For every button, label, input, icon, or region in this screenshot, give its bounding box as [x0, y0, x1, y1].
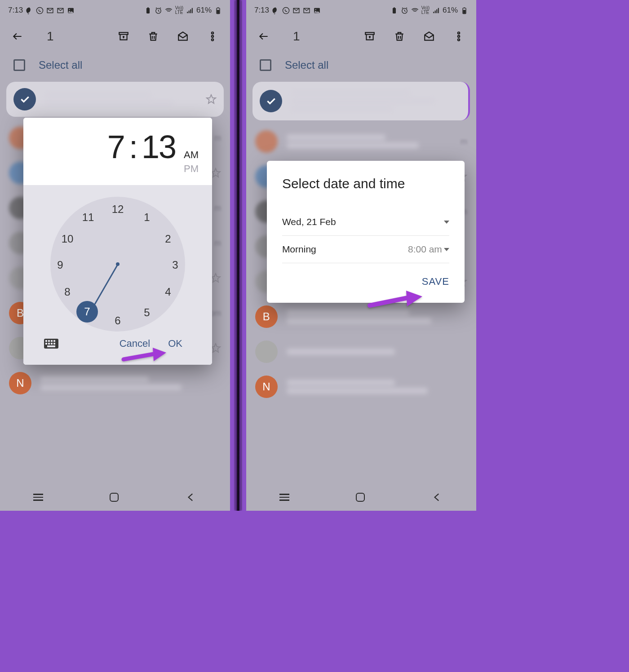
status-time: 7:13 — [8, 6, 23, 15]
battery-icon — [214, 7, 222, 14]
save-button[interactable]: SAVE — [422, 276, 449, 287]
select-all-label[interactable]: Select all — [285, 59, 328, 71]
system-navbar — [0, 484, 230, 511]
gallery-icon — [67, 7, 75, 14]
svg-rect-7 — [217, 10, 220, 13]
svg-rect-4 — [147, 7, 149, 8]
chat-icon — [272, 7, 279, 14]
avatar-n: N — [255, 376, 278, 398]
avatar-b: B — [255, 305, 278, 328]
mail-item[interactable]: N — [246, 369, 476, 404]
svg-rect-17 — [53, 340, 55, 342]
am-toggle[interactable]: AM — [184, 148, 199, 162]
clock-face-area: 12 1 2 3 4 5 6 7 8 9 10 11 Cancel OK — [23, 185, 212, 365]
clock-num-8[interactable]: 8 — [58, 283, 76, 301]
battery-percent: 61% — [443, 6, 458, 15]
battery-saver-icon — [390, 7, 398, 14]
time-sep: : — [129, 128, 137, 165]
svg-rect-8 — [217, 7, 219, 8]
volte-indicator: Vo))LTE — [175, 6, 183, 15]
avatar — [255, 130, 278, 153]
clock-num-10[interactable]: 10 — [58, 230, 76, 248]
clock-num-12[interactable]: 12 — [109, 200, 127, 218]
mark-read-button[interactable] — [174, 31, 191, 42]
svg-rect-22 — [47, 345, 55, 347]
action-bar: 1 — [246, 21, 476, 52]
whatsapp-icon — [36, 7, 44, 14]
mark-read-button[interactable] — [421, 31, 438, 42]
mail-item[interactable]: N — [0, 366, 230, 401]
wifi-icon — [165, 7, 173, 14]
clock-num-11[interactable]: 11 — [79, 208, 97, 226]
selection-count: 1 — [293, 29, 300, 44]
svg-rect-30 — [463, 10, 466, 13]
phone-left: 7:13 Vo))LTE 61% 1 Select all — [0, 0, 230, 511]
mail-item[interactable]: m — [246, 124, 476, 159]
signal-icon — [186, 7, 194, 14]
nav-back-button[interactable] — [185, 491, 197, 503]
clock-num-9[interactable]: 9 — [51, 256, 69, 274]
phone-right: 7:13 Vo))LTE 61% 1 Select all — [246, 0, 476, 511]
date-selector-row[interactable]: Wed, 21 Feb — [282, 208, 449, 236]
pm-toggle[interactable]: PM — [184, 162, 199, 176]
clock-face[interactable]: 12 1 2 3 4 5 6 7 8 9 10 11 — [50, 197, 185, 332]
mail-icon-1 — [46, 7, 54, 14]
svg-rect-14 — [45, 340, 47, 342]
time-minute[interactable]: 13 — [142, 128, 176, 165]
signal-icon — [432, 7, 440, 14]
battery-icon — [461, 7, 468, 14]
status-time: 7:13 — [254, 6, 269, 15]
system-navbar — [246, 484, 476, 511]
keyboard-input-icon[interactable] — [44, 338, 58, 349]
mail-item[interactable] — [246, 334, 476, 369]
archive-button[interactable] — [361, 31, 378, 42]
home-button[interactable] — [356, 493, 365, 502]
recents-button[interactable] — [33, 494, 43, 501]
clock-num-3[interactable]: 3 — [166, 256, 184, 274]
mail-item[interactable]: B — [246, 299, 476, 334]
select-all-checkbox[interactable] — [260, 59, 271, 71]
wifi-icon — [411, 7, 419, 14]
back-button[interactable] — [255, 31, 272, 42]
time-slot-selector-row[interactable]: Morning 8:00 am — [282, 236, 449, 263]
nav-back-button[interactable] — [431, 491, 443, 503]
select-all-label[interactable]: Select all — [39, 59, 82, 71]
svg-rect-31 — [464, 7, 465, 8]
svg-point-0 — [37, 7, 43, 13]
chat-icon — [26, 7, 33, 14]
home-button[interactable] — [110, 493, 119, 502]
whatsapp-icon — [282, 7, 290, 14]
svg-point-25 — [315, 9, 316, 10]
svg-rect-19 — [48, 343, 50, 345]
status-left: 7:13 — [254, 6, 321, 15]
svg-point-34 — [458, 35, 460, 37]
svg-rect-16 — [51, 340, 53, 342]
svg-point-11 — [212, 35, 213, 37]
clock-num-2[interactable]: 2 — [159, 230, 177, 248]
clock-num-7-selected[interactable]: 7 — [76, 301, 98, 323]
clock-num-1[interactable]: 1 — [138, 208, 156, 226]
selected-mail-item[interactable] — [6, 82, 224, 117]
status-right: Vo))LTE 61% — [390, 6, 468, 15]
back-button[interactable] — [9, 31, 26, 42]
delete-button[interactable] — [391, 31, 408, 42]
gallery-icon — [313, 7, 321, 14]
clock-num-6[interactable]: 6 — [109, 312, 127, 330]
select-all-checkbox[interactable] — [13, 59, 25, 71]
archive-button[interactable] — [115, 31, 132, 42]
svg-rect-20 — [51, 343, 53, 345]
mail-meta: m — [214, 203, 221, 213]
more-options-button[interactable] — [204, 31, 221, 42]
clock-num-5[interactable]: 5 — [138, 304, 156, 322]
status-bar: 7:13 Vo))LTE 61% — [0, 0, 230, 21]
battery-saver-icon — [144, 7, 152, 14]
star-icon[interactable] — [206, 94, 217, 105]
recents-button[interactable] — [279, 494, 289, 501]
delete-button[interactable] — [145, 31, 162, 42]
annotation-arrow — [121, 346, 171, 368]
clock-num-4[interactable]: 4 — [159, 283, 177, 301]
time-hour[interactable]: 7 — [107, 128, 124, 165]
selected-mail-item[interactable] — [252, 82, 470, 120]
status-left: 7:13 — [8, 6, 75, 15]
more-options-button[interactable] — [450, 31, 467, 42]
